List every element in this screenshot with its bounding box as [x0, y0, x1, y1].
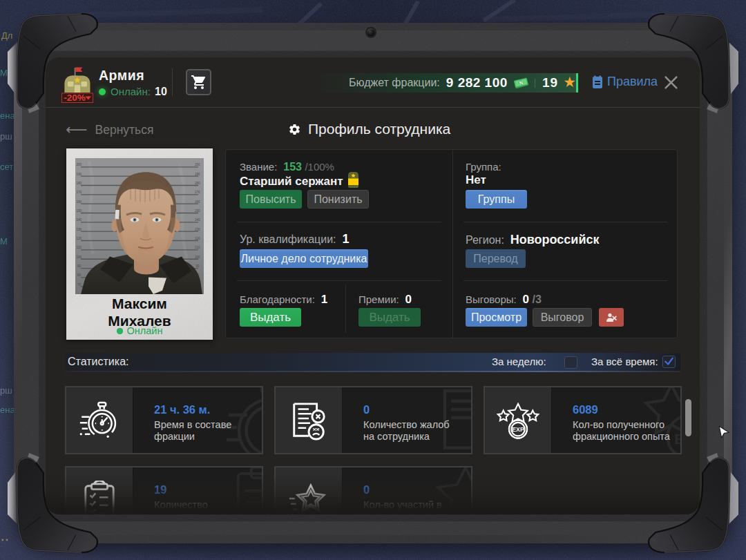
- svg-text:-20%: -20%: [64, 93, 86, 103]
- svg-text:120: 120: [77, 237, 82, 240]
- svg-text:170: 170: [195, 191, 200, 194]
- svg-text:160: 160: [77, 200, 82, 204]
- svg-text:100: 100: [195, 255, 200, 259]
- svg-text:140: 140: [195, 218, 200, 222]
- svg-text:150: 150: [195, 209, 200, 213]
- svg-text:150: 150: [77, 209, 82, 213]
- svg-text:110: 110: [77, 246, 82, 249]
- svg-text:180: 180: [77, 182, 82, 185]
- svg-text:120: 120: [195, 237, 200, 240]
- svg-text:EXP: EXP: [512, 426, 524, 433]
- svg-text:EXP: EXP: [674, 431, 682, 447]
- svg-text:130: 130: [195, 228, 200, 231]
- svg-text:100: 100: [77, 255, 82, 259]
- svg-text:190: 190: [77, 173, 82, 176]
- svg-text:110: 110: [195, 246, 200, 249]
- svg-text:90: 90: [77, 264, 82, 268]
- svg-text:130: 130: [77, 228, 82, 231]
- svg-text:170: 170: [77, 191, 82, 194]
- svg-text:190: 190: [195, 173, 200, 176]
- svg-text:160: 160: [195, 200, 200, 204]
- svg-text:200: 200: [195, 163, 200, 166]
- svg-text:180: 180: [195, 182, 200, 185]
- svg-text:90: 90: [196, 264, 200, 268]
- svg-text:70: 70: [77, 283, 82, 287]
- svg-text:80: 80: [77, 273, 82, 277]
- svg-text:200: 200: [77, 163, 82, 166]
- svg-text:140: 140: [77, 218, 82, 222]
